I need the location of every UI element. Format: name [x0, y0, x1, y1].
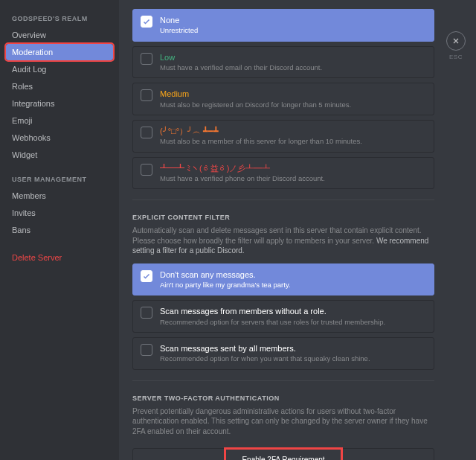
- checkbox-icon: [141, 307, 152, 319]
- settings-sidebar: GODSPEED'S REALM Overview Moderation Aud…: [0, 0, 119, 460]
- checkbox-icon: [141, 127, 152, 138]
- close-button[interactable]: ESC: [446, 31, 466, 60]
- checkbox-icon: [141, 344, 152, 356]
- option-title: Low: [160, 52, 426, 63]
- close-icon[interactable]: [446, 31, 466, 51]
- verification-option-3[interactable]: (╯°□°）╯︵ ┻━┻ Must also be a member of th…: [132, 120, 434, 153]
- filter-options: Don't scan any messages. Ain't no party …: [132, 263, 434, 370]
- option-subtitle: Must also be a member of this server for…: [160, 137, 426, 146]
- option-subtitle: Must also be registered on Discord for l…: [160, 100, 426, 109]
- option-subtitle: Ain't no party like my grandma's tea par…: [160, 281, 426, 290]
- option-title: None: [160, 15, 426, 25]
- verification-option-4[interactable]: ┻━┻ ﾐヽ(ಠ益ಠ)ノ彡┻━┻ Must have a verified ph…: [132, 157, 434, 190]
- verification-option-0[interactable]: None Unrestricted: [132, 9, 434, 42]
- sidebar-item-moderation[interactable]: Moderation: [6, 44, 113, 60]
- option-title: Scan messages from members without a rol…: [160, 306, 426, 316]
- option-title: Don't scan any messages.: [160, 269, 426, 280]
- close-label: ESC: [446, 54, 466, 60]
- sidebar-item-invites[interactable]: Invites: [6, 205, 113, 221]
- option-subtitle: Must have a verified email on their Disc…: [160, 63, 426, 72]
- checkbox-icon: [141, 270, 152, 282]
- sidebar-item-audit-log[interactable]: Audit Log: [6, 61, 113, 77]
- main-panel: ESC None Unrestricted Low Must have a ve…: [119, 0, 476, 460]
- sidebar-user-mgmt-header: USER MANAGEMENT: [6, 174, 113, 188]
- filter-option-0[interactable]: Don't scan any messages. Ain't no party …: [132, 263, 434, 296]
- option-title: Medium: [160, 89, 426, 99]
- sidebar-item-widget[interactable]: Widget: [6, 147, 113, 163]
- option-subtitle: Unrestricted: [160, 26, 426, 35]
- sidebar-item-webhooks[interactable]: Webhooks: [6, 130, 113, 146]
- verification-option-2[interactable]: Medium Must also be registered on Discor…: [132, 83, 434, 115]
- divider: [132, 380, 434, 381]
- sidebar-item-emoji[interactable]: Emoji: [6, 112, 113, 129]
- sidebar-item-bans[interactable]: Bans: [6, 222, 113, 238]
- filter-option-1[interactable]: Scan messages from members without a rol…: [132, 300, 434, 333]
- filter-desc: Automatically scan and delete messages s…: [132, 226, 434, 256]
- filter-title: EXPLICIT CONTENT FILTER: [132, 214, 434, 221]
- sidebar-item-delete-server[interactable]: Delete Server: [6, 249, 113, 266]
- enable-2fa-button[interactable]: Enable 2FA Requirement: [132, 448, 434, 460]
- option-title: ┻━┻ ﾐヽ(ಠ益ಠ)ノ彡┻━┻: [160, 163, 426, 173]
- divider: [132, 199, 434, 200]
- sidebar-server-header: GODSPEED'S REALM: [6, 13, 113, 27]
- filter-option-2[interactable]: Scan messages sent by all members. Recom…: [132, 337, 434, 370]
- option-title: Scan messages sent by all members.: [160, 343, 426, 354]
- checkbox-icon: [141, 164, 152, 176]
- sidebar-item-roles[interactable]: Roles: [6, 78, 113, 95]
- checkbox-icon: [141, 53, 152, 65]
- option-subtitle: Recommended option for when you want tha…: [160, 354, 426, 363]
- sidebar-item-integrations[interactable]: Integrations: [6, 95, 113, 112]
- sidebar-item-overview[interactable]: Overview: [6, 27, 113, 43]
- option-subtitle: Must have a verified phone on their Disc…: [160, 174, 426, 183]
- twofa-title: SERVER TWO-FACTOR AUTHENTICATION: [132, 394, 434, 402]
- verification-option-1[interactable]: Low Must have a verified email on their …: [132, 46, 434, 79]
- option-subtitle: Recommended option for servers that use …: [160, 318, 426, 327]
- twofa-desc: Prevent potentially dangerous administra…: [132, 406, 434, 437]
- verification-options: None Unrestricted Low Must have a verifi…: [132, 9, 434, 189]
- checkbox-icon: [141, 89, 152, 101]
- checkbox-icon: [141, 16, 152, 28]
- option-title: (╯°□°）╯︵ ┻━┻: [160, 126, 426, 136]
- sidebar-item-members[interactable]: Members: [6, 188, 113, 204]
